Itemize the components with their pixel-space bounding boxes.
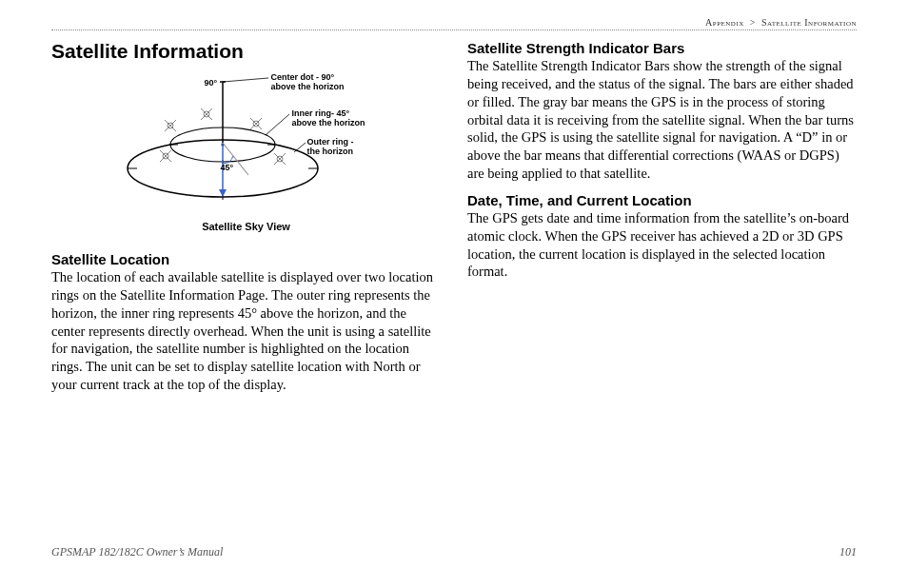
svg-marker-12	[219, 189, 227, 197]
footer-page-number: 101	[839, 545, 857, 559]
satellite-sky-view-figure: 90° Center dot - 90° above the horizon I…	[113, 69, 380, 211]
figure-label-90: 90°	[205, 78, 218, 88]
svg-line-14	[223, 78, 268, 82]
figure-label-inner-ring: Inner ring- 45° above the horizon	[292, 108, 365, 128]
right-column: Satellite Strength Indicator Bars The Sa…	[467, 40, 857, 403]
heading-satellite-location: Satellite Location	[51, 251, 441, 267]
figure-caption: Satellite Sky View	[51, 221, 441, 232]
two-column-layout: Satellite Information	[51, 40, 857, 403]
left-column: Satellite Information	[51, 40, 441, 403]
figure-label-45: 45°	[221, 163, 234, 172]
breadcrumb-section: Appendix	[705, 17, 744, 28]
heading-strength-bars: Satellite Strength Indicator Bars	[467, 40, 857, 56]
paragraph-date-time: The GPS gets date and time information f…	[467, 209, 857, 281]
page-title: Satellite Information	[51, 40, 441, 63]
page-footer: GPSMAP 182/182C Owner’s Manual 101	[51, 545, 857, 559]
heading-date-time: Date, Time, and Current Location	[467, 192, 857, 208]
divider	[51, 29, 857, 30]
paragraph-satellite-location: The location of each available satellite…	[51, 268, 441, 394]
breadcrumb: Appendix > Satellite Information	[51, 17, 857, 28]
breadcrumb-page: Satellite Information	[761, 17, 857, 28]
footer-manual-title: GPSMAP 182/182C Owner’s Manual	[51, 545, 223, 559]
svg-line-16	[294, 143, 306, 152]
figure-label-center-dot: Center dot - 90° above the horizon	[271, 72, 345, 92]
svg-line-15	[266, 114, 289, 135]
paragraph-strength-bars: The Satellite Strength Indicator Bars sh…	[467, 57, 857, 183]
breadcrumb-separator: >	[750, 17, 756, 28]
figure-label-outer-ring: Outer ring - the horizon	[307, 137, 354, 157]
